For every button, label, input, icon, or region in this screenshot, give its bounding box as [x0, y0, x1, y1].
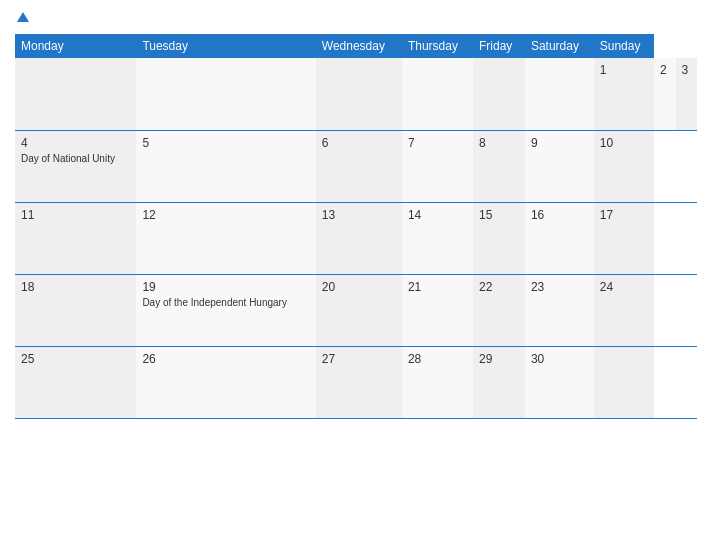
weekday-header-friday: Friday [473, 34, 525, 58]
day-number: 19 [142, 280, 309, 294]
weekday-header-row: MondayTuesdayWednesdayThursdayFridaySatu… [15, 34, 697, 58]
day-number: 5 [142, 136, 309, 150]
weekday-header-wednesday: Wednesday [316, 34, 402, 58]
calendar-week-row: 123 [15, 58, 697, 130]
day-number: 17 [600, 208, 648, 222]
calendar-week-row: 1819Day of the Independent Hungary202122… [15, 274, 697, 346]
calendar-day [473, 58, 525, 130]
day-number: 18 [21, 280, 130, 294]
day-number: 4 [21, 136, 130, 150]
calendar-day: 22 [473, 274, 525, 346]
calendar-day: 13 [316, 202, 402, 274]
day-number: 15 [479, 208, 519, 222]
day-number: 23 [531, 280, 588, 294]
calendar-day [594, 346, 654, 418]
calendar-day: 1 [594, 58, 654, 130]
day-number: 25 [21, 352, 130, 366]
calendar-day [525, 58, 594, 130]
logo-text [15, 10, 29, 26]
calendar-day: 28 [402, 346, 473, 418]
calendar-day: 26 [136, 346, 315, 418]
day-number: 20 [322, 280, 396, 294]
calendar-day: 23 [525, 274, 594, 346]
day-number: 10 [600, 136, 648, 150]
calendar-day-empty [316, 58, 402, 130]
calendar-day: 4Day of National Unity [15, 130, 136, 202]
calendar-week-row: 4Day of National Unity5678910 [15, 130, 697, 202]
day-number: 14 [408, 208, 467, 222]
day-number: 1 [600, 63, 648, 77]
day-number: 21 [408, 280, 467, 294]
day-number: 22 [479, 280, 519, 294]
calendar-day: 3 [676, 58, 697, 130]
calendar-day: 5 [136, 130, 315, 202]
weekday-header-thursday: Thursday [402, 34, 473, 58]
day-number: 9 [531, 136, 588, 150]
day-number: 11 [21, 208, 130, 222]
day-number: 8 [479, 136, 519, 150]
calendar-day: 8 [473, 130, 525, 202]
calendar-day: 19Day of the Independent Hungary [136, 274, 315, 346]
day-number: 7 [408, 136, 467, 150]
day-number: 16 [531, 208, 588, 222]
calendar-day: 10 [594, 130, 654, 202]
day-number: 26 [142, 352, 309, 366]
day-number: 13 [322, 208, 396, 222]
calendar-day: 29 [473, 346, 525, 418]
calendar-day: 7 [402, 130, 473, 202]
calendar-day: 17 [594, 202, 654, 274]
calendar-day: 2 [654, 58, 675, 130]
logo-triangle-icon [17, 12, 29, 22]
calendar-day: 9 [525, 130, 594, 202]
day-number: 29 [479, 352, 519, 366]
day-number: 2 [660, 63, 669, 77]
calendar-day: 15 [473, 202, 525, 274]
day-number: 24 [600, 280, 648, 294]
weekday-header-tuesday: Tuesday [136, 34, 315, 58]
weekday-header-monday: Monday [15, 34, 136, 58]
calendar-day-empty [136, 58, 315, 130]
calendar-week-row: 252627282930 [15, 346, 697, 418]
calendar-day: 20 [316, 274, 402, 346]
calendar-day: 6 [316, 130, 402, 202]
holiday-label: Day of National Unity [21, 152, 130, 165]
calendar-day: 21 [402, 274, 473, 346]
calendar-day: 18 [15, 274, 136, 346]
day-number: 28 [408, 352, 467, 366]
calendar-day: 30 [525, 346, 594, 418]
day-number: 30 [531, 352, 588, 366]
day-number: 3 [682, 63, 691, 77]
calendar-day: 24 [594, 274, 654, 346]
calendar-day: 12 [136, 202, 315, 274]
holiday-label: Day of the Independent Hungary [142, 296, 309, 309]
calendar-week-row: 11121314151617 [15, 202, 697, 274]
calendar-day-empty [15, 58, 136, 130]
day-number: 27 [322, 352, 396, 366]
day-number: 12 [142, 208, 309, 222]
calendar-day: 14 [402, 202, 473, 274]
weekday-header-sunday: Sunday [594, 34, 654, 58]
header [15, 10, 697, 26]
calendar-page: MondayTuesdayWednesdayThursdayFridaySatu… [0, 0, 712, 550]
calendar-day: 16 [525, 202, 594, 274]
calendar-day [402, 58, 473, 130]
calendar-day: 11 [15, 202, 136, 274]
weekday-header-saturday: Saturday [525, 34, 594, 58]
logo [15, 10, 29, 26]
calendar-day: 25 [15, 346, 136, 418]
day-number: 6 [322, 136, 396, 150]
calendar-table: MondayTuesdayWednesdayThursdayFridaySatu… [15, 34, 697, 419]
calendar-day: 27 [316, 346, 402, 418]
